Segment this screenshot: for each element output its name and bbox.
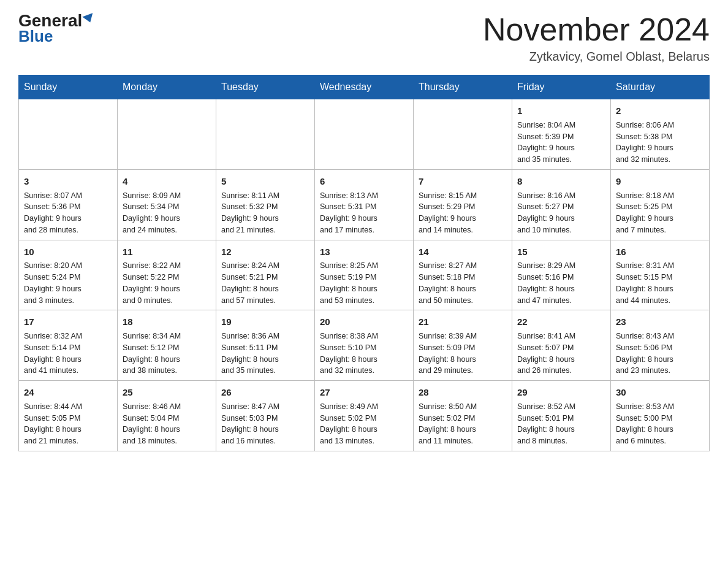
day-info: Sunrise: 8:22 AMSunset: 5:22 PMDaylight:…	[123, 260, 211, 306]
table-row: 9Sunrise: 8:18 AMSunset: 5:25 PMDaylight…	[611, 169, 710, 240]
title-area: November 2024 Zytkavicy, Gomel Oblast, B…	[483, 12, 710, 64]
day-number: 10	[24, 245, 112, 259]
day-number: 27	[320, 386, 408, 399]
day-info: Sunrise: 8:41 AMSunset: 5:07 PMDaylight:…	[517, 331, 605, 377]
day-info: Sunrise: 8:32 AMSunset: 5:14 PMDaylight:…	[24, 331, 112, 377]
logo-triangle-icon	[83, 13, 96, 24]
day-number: 8	[517, 175, 605, 188]
day-number: 26	[221, 386, 309, 399]
day-number: 9	[616, 175, 704, 188]
day-info: Sunrise: 8:11 AMSunset: 5:32 PMDaylight:…	[221, 190, 309, 236]
day-number: 12	[221, 245, 309, 259]
table-row: 19Sunrise: 8:36 AMSunset: 5:11 PMDayligh…	[216, 310, 315, 381]
day-number: 23	[616, 315, 704, 329]
day-info: Sunrise: 8:46 AMSunset: 5:04 PMDaylight:…	[123, 401, 211, 447]
table-row: 28Sunrise: 8:50 AMSunset: 5:02 PMDayligh…	[414, 381, 512, 451]
table-row	[315, 99, 414, 170]
day-info: Sunrise: 8:24 AMSunset: 5:21 PMDaylight:…	[221, 260, 309, 306]
col-saturday: Saturday	[611, 75, 710, 99]
day-number: 21	[419, 315, 507, 329]
day-info: Sunrise: 8:04 AMSunset: 5:39 PMDaylight:…	[517, 120, 605, 166]
day-number: 22	[517, 315, 605, 329]
day-number: 2	[616, 104, 704, 118]
calendar-header-row: Sunday Monday Tuesday Wednesday Thursday…	[19, 75, 710, 99]
table-row: 22Sunrise: 8:41 AMSunset: 5:07 PMDayligh…	[512, 310, 611, 381]
day-number: 16	[616, 245, 704, 259]
table-row: 4Sunrise: 8:09 AMSunset: 5:34 PMDaylight…	[118, 169, 216, 240]
table-row: 26Sunrise: 8:47 AMSunset: 5:03 PMDayligh…	[216, 381, 315, 451]
day-info: Sunrise: 8:43 AMSunset: 5:06 PMDaylight:…	[616, 331, 704, 377]
day-number: 7	[419, 175, 507, 188]
table-row: 3Sunrise: 8:07 AMSunset: 5:36 PMDaylight…	[19, 169, 118, 240]
day-number: 11	[123, 245, 211, 259]
calendar-table: Sunday Monday Tuesday Wednesday Thursday…	[18, 75, 710, 451]
table-row	[216, 99, 315, 170]
day-info: Sunrise: 8:18 AMSunset: 5:25 PMDaylight:…	[616, 190, 704, 236]
table-row: 15Sunrise: 8:29 AMSunset: 5:16 PMDayligh…	[512, 240, 611, 310]
table-row: 29Sunrise: 8:52 AMSunset: 5:01 PMDayligh…	[512, 381, 611, 451]
calendar-title: November 2024	[483, 12, 710, 47]
table-row: 6Sunrise: 8:13 AMSunset: 5:31 PMDaylight…	[315, 169, 414, 240]
day-number: 5	[221, 175, 309, 188]
day-number: 13	[320, 245, 408, 259]
calendar-week-row: 1Sunrise: 8:04 AMSunset: 5:39 PMDaylight…	[19, 99, 710, 170]
calendar-location: Zytkavicy, Gomel Oblast, Belarus	[483, 50, 710, 64]
table-row: 16Sunrise: 8:31 AMSunset: 5:15 PMDayligh…	[611, 240, 710, 310]
day-info: Sunrise: 8:34 AMSunset: 5:12 PMDaylight:…	[123, 331, 211, 377]
day-info: Sunrise: 8:29 AMSunset: 5:16 PMDaylight:…	[517, 260, 605, 306]
day-info: Sunrise: 8:07 AMSunset: 5:36 PMDaylight:…	[24, 190, 112, 236]
day-info: Sunrise: 8:31 AMSunset: 5:15 PMDaylight:…	[616, 260, 704, 306]
calendar-week-row: 3Sunrise: 8:07 AMSunset: 5:36 PMDaylight…	[19, 169, 710, 240]
day-number: 3	[24, 175, 112, 188]
day-info: Sunrise: 8:25 AMSunset: 5:19 PMDaylight:…	[320, 260, 408, 306]
day-info: Sunrise: 8:53 AMSunset: 5:00 PMDaylight:…	[616, 401, 704, 447]
table-row: 20Sunrise: 8:38 AMSunset: 5:10 PMDayligh…	[315, 310, 414, 381]
table-row: 1Sunrise: 8:04 AMSunset: 5:39 PMDaylight…	[512, 99, 611, 170]
table-row: 5Sunrise: 8:11 AMSunset: 5:32 PMDaylight…	[216, 169, 315, 240]
table-row: 18Sunrise: 8:34 AMSunset: 5:12 PMDayligh…	[118, 310, 216, 381]
table-row: 23Sunrise: 8:43 AMSunset: 5:06 PMDayligh…	[611, 310, 710, 381]
table-row: 27Sunrise: 8:49 AMSunset: 5:02 PMDayligh…	[315, 381, 414, 451]
day-info: Sunrise: 8:16 AMSunset: 5:27 PMDaylight:…	[517, 190, 605, 236]
table-row: 30Sunrise: 8:53 AMSunset: 5:00 PMDayligh…	[611, 381, 710, 451]
day-info: Sunrise: 8:50 AMSunset: 5:02 PMDaylight:…	[419, 401, 507, 447]
table-row: 8Sunrise: 8:16 AMSunset: 5:27 PMDaylight…	[512, 169, 611, 240]
day-info: Sunrise: 8:15 AMSunset: 5:29 PMDaylight:…	[419, 190, 507, 236]
day-info: Sunrise: 8:27 AMSunset: 5:18 PMDaylight:…	[419, 260, 507, 306]
day-number: 28	[419, 386, 507, 399]
page-header: General Blue November 2024 Zytkavicy, Go…	[18, 12, 710, 64]
day-info: Sunrise: 8:06 AMSunset: 5:38 PMDaylight:…	[616, 120, 704, 166]
day-info: Sunrise: 8:20 AMSunset: 5:24 PMDaylight:…	[24, 260, 112, 306]
day-number: 17	[24, 315, 112, 329]
col-friday: Friday	[512, 75, 611, 99]
col-thursday: Thursday	[414, 75, 512, 99]
day-number: 25	[123, 386, 211, 399]
day-number: 24	[24, 386, 112, 399]
table-row	[19, 99, 118, 170]
table-row	[414, 99, 512, 170]
table-row: 10Sunrise: 8:20 AMSunset: 5:24 PMDayligh…	[19, 240, 118, 310]
day-number: 4	[123, 175, 211, 188]
calendar-week-row: 17Sunrise: 8:32 AMSunset: 5:14 PMDayligh…	[19, 310, 710, 381]
day-info: Sunrise: 8:44 AMSunset: 5:05 PMDaylight:…	[24, 401, 112, 447]
logo-blue: Blue	[18, 27, 53, 46]
day-number: 19	[221, 315, 309, 329]
day-number: 14	[419, 245, 507, 259]
day-number: 18	[123, 315, 211, 329]
table-row: 21Sunrise: 8:39 AMSunset: 5:09 PMDayligh…	[414, 310, 512, 381]
day-number: 29	[517, 386, 605, 399]
table-row: 13Sunrise: 8:25 AMSunset: 5:19 PMDayligh…	[315, 240, 414, 310]
day-info: Sunrise: 8:13 AMSunset: 5:31 PMDaylight:…	[320, 190, 408, 236]
table-row: 17Sunrise: 8:32 AMSunset: 5:14 PMDayligh…	[19, 310, 118, 381]
day-info: Sunrise: 8:47 AMSunset: 5:03 PMDaylight:…	[221, 401, 309, 447]
calendar-week-row: 24Sunrise: 8:44 AMSunset: 5:05 PMDayligh…	[19, 381, 710, 451]
day-info: Sunrise: 8:39 AMSunset: 5:09 PMDaylight:…	[419, 331, 507, 377]
col-wednesday: Wednesday	[315, 75, 414, 99]
logo: General Blue	[18, 12, 94, 46]
calendar-week-row: 10Sunrise: 8:20 AMSunset: 5:24 PMDayligh…	[19, 240, 710, 310]
table-row	[118, 99, 216, 170]
table-row: 12Sunrise: 8:24 AMSunset: 5:21 PMDayligh…	[216, 240, 315, 310]
day-number: 20	[320, 315, 408, 329]
day-info: Sunrise: 8:09 AMSunset: 5:34 PMDaylight:…	[123, 190, 211, 236]
day-info: Sunrise: 8:49 AMSunset: 5:02 PMDaylight:…	[320, 401, 408, 447]
